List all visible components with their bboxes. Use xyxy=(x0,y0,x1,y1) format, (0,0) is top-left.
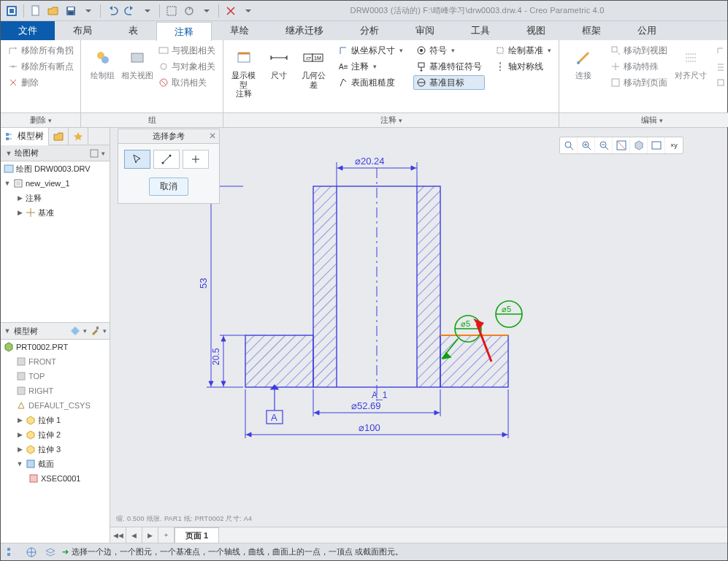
show-model-annot-button[interactable]: 显示模型 注释 xyxy=(228,43,260,100)
sheet-prev-icon[interactable]: ◀ xyxy=(126,527,142,543)
remove-break-button[interactable]: 移除所有断点 xyxy=(5,59,77,74)
tree-xsec[interactable]: XSEC0001 xyxy=(1,471,110,486)
ordinate-dim-button[interactable]: 纵坐标尺寸▾ xyxy=(335,43,406,58)
undo-icon[interactable] xyxy=(104,3,120,19)
tree-drawing-root[interactable]: 绘图 DRW0003.DRV xyxy=(1,161,110,176)
sheet-first-icon[interactable]: ◀◀ xyxy=(110,527,126,543)
redo-dd-icon[interactable] xyxy=(139,3,156,19)
select-midpoint-button[interactable] xyxy=(183,150,209,169)
new-icon[interactable] xyxy=(28,3,44,19)
move-page-button[interactable]: 移动到页面 xyxy=(608,75,670,90)
align-button[interactable]: 对 xyxy=(713,59,728,74)
tab-annotate[interactable]: 注释 xyxy=(156,22,212,41)
corner-button[interactable]: 角 xyxy=(713,43,728,58)
tree-extrude3-label: 拉伸 3 xyxy=(38,444,61,455)
tree-right[interactable]: RIGHT xyxy=(1,383,110,398)
filter-diamond-icon[interactable] xyxy=(70,326,80,336)
tree-new-view[interactable]: ▼ new_view_1 xyxy=(1,176,110,191)
sb-layer-icon[interactable] xyxy=(43,545,58,560)
redo-icon[interactable] xyxy=(122,3,138,19)
cancel-rel-button[interactable]: 取消相关 xyxy=(156,75,218,90)
sheet-tab-page1[interactable]: 页面 1 xyxy=(175,527,219,543)
geo-tol-button[interactable]: ⏥1M 几何公差 xyxy=(297,43,329,100)
file-tab[interactable]: 文件 xyxy=(1,21,55,40)
tab-layout[interactable]: 布局 xyxy=(55,21,110,40)
tab-inherit[interactable]: 继承迁移 xyxy=(267,21,342,40)
svg-rect-35 xyxy=(16,181,20,186)
tab-table[interactable]: 表 xyxy=(110,21,156,40)
move-special-button[interactable]: 移动特殊 xyxy=(608,59,670,74)
select-pointer-button[interactable] xyxy=(124,150,150,169)
favorites-tab[interactable] xyxy=(69,128,88,145)
tree-section[interactable]: ▼ 截面 xyxy=(1,457,110,471)
tree-extrude1[interactable]: ▶ 拉伸 1 xyxy=(1,413,110,427)
box-select-icon[interactable] xyxy=(164,3,180,19)
drawing-tree-caret[interactable]: ▼ xyxy=(5,150,12,157)
axis-sym-button[interactable]: 轴对称线 xyxy=(492,59,554,74)
sb-tree-icon[interactable] xyxy=(5,545,20,560)
symbol-button[interactable]: 符号▾ xyxy=(413,43,485,58)
dimension-label: 尺寸 xyxy=(271,71,287,80)
tree-prt[interactable]: PRT0002.PRT xyxy=(1,340,110,354)
draw-datum-label: 绘制基准 xyxy=(508,45,543,57)
model-tree-header: 模型树 xyxy=(14,326,67,337)
tab-sketch[interactable]: 草绘 xyxy=(212,21,267,40)
sb-globe-icon[interactable] xyxy=(24,545,39,560)
rel-obj-button[interactable]: 与对象相关 xyxy=(156,59,218,74)
group-annotate-label: 注释▾ xyxy=(223,112,559,127)
tree-front[interactable]: FRONT xyxy=(1,354,110,369)
app-menu-icon[interactable] xyxy=(4,3,20,19)
regen-dd-icon[interactable] xyxy=(199,3,215,19)
tab-analysis[interactable]: 分析 xyxy=(342,21,397,40)
save-dd-icon[interactable] xyxy=(80,3,96,19)
tree-datum[interactable]: ▶ 基准 xyxy=(1,205,110,220)
tab-frame[interactable]: 框架 xyxy=(564,21,619,40)
tab-review[interactable]: 审阅 xyxy=(397,21,453,40)
tree-top[interactable]: TOP xyxy=(1,369,110,383)
align-dim-button[interactable]: 对齐尺寸 xyxy=(673,43,708,100)
settings-icon[interactable] xyxy=(89,148,99,159)
surf-rough-button[interactable]: 表面粗糙度 xyxy=(335,75,406,90)
note-button[interactable]: A≡ 注释▾ xyxy=(335,59,406,74)
drawing-group-button[interactable]: 绘制组 xyxy=(85,43,120,100)
qat-dd-icon[interactable] xyxy=(240,3,256,19)
datum-feature-button[interactable]: 基准特征符号 xyxy=(413,59,485,74)
select-panel-close-icon[interactable]: ✕ xyxy=(209,131,216,141)
tree-annotation[interactable]: ▶ 注释 xyxy=(1,191,110,205)
tree-extrude2[interactable]: ▶ 拉伸 2 xyxy=(1,427,110,442)
regenerate-icon[interactable] xyxy=(181,3,197,19)
tab-tools[interactable]: 工具 xyxy=(453,21,508,40)
rel-view-on-label: 与视图相关 xyxy=(172,45,215,57)
remove-angle-button[interactable]: 移除所有角拐 xyxy=(5,43,77,58)
relate-view-button[interactable]: 相关视图 xyxy=(120,43,154,100)
svg-rect-2 xyxy=(9,9,14,13)
close-window-icon[interactable] xyxy=(223,3,239,19)
delete-button[interactable]: 删除 xyxy=(5,75,77,90)
tab-common[interactable]: 公用 xyxy=(619,21,675,40)
open-icon[interactable] xyxy=(45,3,61,19)
model-tree-caret[interactable]: ▼ xyxy=(4,327,11,335)
svg-rect-41 xyxy=(30,475,37,482)
select-cancel-button[interactable]: 取消 xyxy=(149,178,188,196)
draw-datum-button[interactable]: 绘制基准▾ xyxy=(492,43,554,58)
tab-view[interactable]: 视图 xyxy=(508,21,564,40)
svg-rect-7 xyxy=(167,7,176,15)
svg-point-23 xyxy=(420,49,423,52)
datum-target-button[interactable]: 基准目标 xyxy=(413,75,485,90)
rel-view-on-button[interactable]: 与视图相关 xyxy=(156,43,218,58)
tree-extrude3[interactable]: ▶ 拉伸 3 xyxy=(1,442,110,457)
datum-target-1-label: ⌀5 xyxy=(461,319,470,328)
tree-csys[interactable]: DEFAULT_CSYS xyxy=(1,398,110,413)
dimension-button[interactable]: 尺寸 xyxy=(263,43,295,100)
connect-button[interactable]: 连接 xyxy=(564,43,603,100)
folder-tab[interactable] xyxy=(49,128,69,145)
note-label: 注释 xyxy=(351,61,369,73)
save-icon[interactable] xyxy=(63,3,79,19)
clear-button[interactable]: 清 xyxy=(713,75,728,90)
sheet-add-icon[interactable]: ＋ xyxy=(158,527,175,543)
sheet-next-icon[interactable]: ▶ xyxy=(142,527,158,543)
move-view-button[interactable]: 移动到视图 xyxy=(608,43,670,58)
select-edge-button[interactable] xyxy=(153,150,180,169)
model-tree-tab[interactable]: 模型树 xyxy=(1,128,49,145)
tool-hammer-icon[interactable] xyxy=(90,326,100,336)
